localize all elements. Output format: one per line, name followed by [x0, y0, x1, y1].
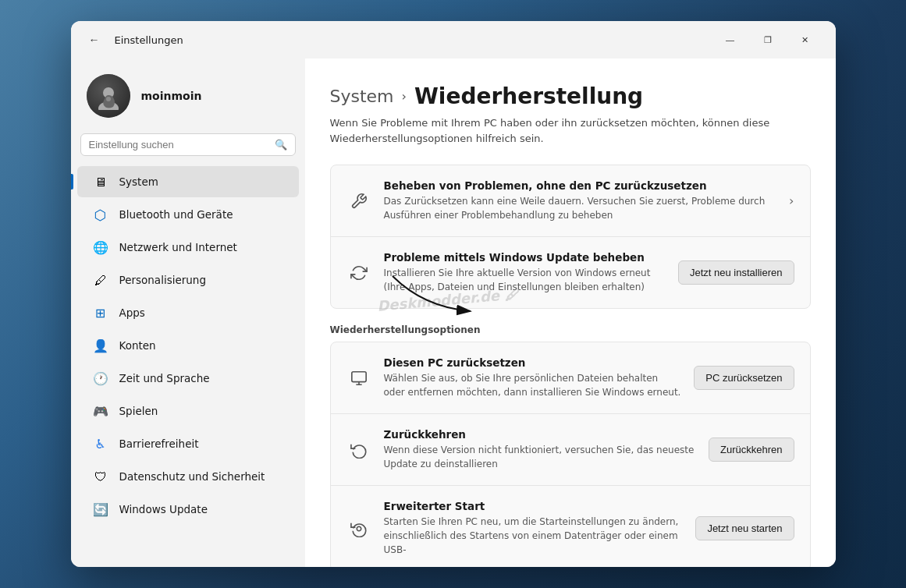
personalization-icon: 🖊: [93, 272, 108, 288]
windows-update-icon: 🔄: [93, 501, 108, 517]
reset-pc-desc: Wählen Sie aus, ob Sie Ihre persönlichen…: [384, 371, 682, 399]
fix-without-reset-desc: Das Zurücksetzen kann eine Weile dauern.…: [384, 194, 777, 222]
nav-item-network[interactable]: 🌐 Netzwerk und Internet: [77, 232, 299, 263]
nav-item-apps[interactable]: ⊞ Apps: [77, 297, 299, 328]
advanced-start-text: Erweiterter Start Starten Sie Ihren PC n…: [384, 500, 684, 557]
settings-window: ← Einstellungen — ❐ ✕: [71, 21, 836, 567]
nav-item-accounts[interactable]: 👤 Konten: [77, 330, 299, 361]
window-title: Einstellungen: [115, 34, 183, 46]
breadcrumb-current: Wiederherstellung: [414, 83, 643, 109]
nav-label-apps: Apps: [119, 306, 145, 319]
advanced-start-item[interactable]: Erweiterter Start Starten Sie Ihren PC n…: [331, 486, 810, 567]
nav-item-system[interactable]: 🖥 System: [77, 166, 299, 197]
nav-label-windows-update: Windows Update: [119, 503, 208, 515]
fix-options-card: Beheben von Problemen, ohne den PC zurüc…: [330, 165, 811, 309]
page-subtitle: Wenn Sie Probleme mit Ihrem PC haben ode…: [330, 115, 783, 146]
reset-pc-button[interactable]: PC zurücksetzen: [694, 366, 794, 390]
advanced-start-desc: Starten Sie Ihren PC neu, um die Startei…: [384, 515, 684, 557]
apps-icon: ⊞: [93, 305, 108, 321]
title-bar: ← Einstellungen — ❐ ✕: [71, 21, 836, 58]
nav-item-privacy[interactable]: 🛡 Datenschutz und Sicherheit: [77, 461, 299, 492]
reset-pc-item[interactable]: Diesen PC zurücksetzen Wählen Sie aus, o…: [331, 342, 810, 414]
reset-pc-text: Diesen PC zurücksetzen Wählen Sie aus, o…: [384, 356, 682, 399]
fix-windows-update-title: Probleme mittels Windows Update beheben: [384, 251, 666, 264]
nav-label-privacy: Datenschutz und Sicherheit: [119, 470, 265, 483]
search-box[interactable]: 🔍: [80, 133, 296, 156]
nav-item-gaming[interactable]: 🎮 Spielen: [77, 395, 299, 427]
nav-item-personalization[interactable]: 🖊 Personalisierung: [77, 264, 299, 296]
main-content: System › Wiederherstellung Wenn Sie Prob…: [305, 58, 836, 567]
advanced-start-title: Erweiterter Start: [384, 500, 684, 512]
nav-label-network: Netzwerk und Internet: [119, 241, 237, 253]
privacy-icon: 🛡: [93, 469, 108, 484]
fix-windows-update-text: Probleme mittels Windows Update beheben …: [384, 251, 666, 294]
recovery-options-card: Diesen PC zurücksetzen Wählen Sie aus, o…: [330, 342, 811, 567]
search-icon: 🔍: [275, 139, 287, 151]
chevron-right-icon: ›: [789, 193, 794, 208]
user-section: moinmoin: [71, 65, 305, 133]
back-button[interactable]: ←: [83, 29, 105, 51]
nav-item-time[interactable]: 🕐 Zeit und Sprache: [77, 363, 299, 394]
nav-label-accessibility: Barrierefreiheit: [119, 437, 199, 450]
reinstall-button[interactable]: Jetzt neu installieren: [678, 260, 794, 285]
restart-now-button[interactable]: Jetzt neu starten: [695, 516, 794, 540]
network-icon: 🌐: [93, 239, 108, 255]
go-back-text: Zurückkehren Wenn diese Version nicht fu…: [384, 428, 697, 471]
time-icon: 🕐: [93, 370, 108, 386]
breadcrumb-chevron-icon: ›: [402, 89, 407, 104]
go-back-item[interactable]: Zurückkehren Wenn diese Version nicht fu…: [331, 414, 810, 486]
fix-windows-update-desc: Installieren Sie Ihre aktuelle Version v…: [384, 266, 666, 294]
go-back-button[interactable]: Zurückkehren: [709, 437, 794, 462]
accessibility-icon: ♿: [93, 436, 108, 452]
go-back-icon: [346, 437, 371, 462]
reset-pc-icon: [346, 366, 371, 391]
go-back-title: Zurückkehren: [384, 428, 697, 441]
accounts-icon: 👤: [93, 338, 108, 353]
svg-point-7: [357, 526, 361, 531]
minimize-button[interactable]: —: [712, 27, 748, 52]
recovery-options-label: Wiederherstellungsoptionen: [330, 324, 811, 335]
nav-label-gaming: Spielen: [119, 405, 158, 417]
advanced-start-icon: [346, 516, 371, 541]
gaming-icon: 🎮: [93, 403, 108, 419]
svg-rect-4: [351, 371, 365, 381]
nav-label-time: Zeit und Sprache: [119, 372, 210, 384]
svg-point-2: [106, 97, 111, 101]
breadcrumb-parent: System: [330, 87, 394, 106]
username: moinmoin: [141, 90, 202, 102]
close-button[interactable]: ✕: [787, 27, 823, 52]
go-back-desc: Wenn diese Version nicht funktioniert, v…: [384, 443, 697, 471]
fix-without-reset-text: Beheben von Problemen, ohne den PC zurüc…: [384, 179, 777, 222]
fix-windows-update-item[interactable]: Probleme mittels Windows Update beheben …: [331, 237, 810, 308]
reset-pc-title: Diesen PC zurücksetzen: [384, 356, 682, 369]
nav-item-bluetooth[interactable]: ⬡ Bluetooth und Geräte: [77, 199, 299, 230]
sidebar: moinmoin 🔍 🖥 System ⬡ Bluetooth und Gerä…: [71, 58, 305, 567]
search-input[interactable]: [89, 139, 268, 151]
nav-label-accounts: Konten: [119, 339, 156, 352]
nav-item-accessibility[interactable]: ♿ Barrierefreiheit: [77, 428, 299, 459]
nav-item-windows-update[interactable]: 🔄 Windows Update: [77, 494, 299, 525]
fix-without-reset-title: Beheben von Problemen, ohne den PC zurüc…: [384, 179, 777, 192]
avatar: [87, 74, 130, 118]
fix-without-reset-item[interactable]: Beheben von Problemen, ohne den PC zurüc…: [331, 165, 810, 237]
nav-label-system: System: [119, 175, 158, 188]
maximize-button[interactable]: ❐: [750, 27, 786, 52]
wrench-icon: [346, 189, 371, 214]
bluetooth-icon: ⬡: [93, 207, 108, 222]
refresh-icon: [346, 260, 371, 285]
nav-label-bluetooth: Bluetooth und Geräte: [119, 208, 233, 221]
nav-label-personalization: Personalisierung: [119, 274, 206, 286]
breadcrumb: System › Wiederherstellung: [330, 83, 811, 109]
system-icon: 🖥: [93, 174, 108, 190]
